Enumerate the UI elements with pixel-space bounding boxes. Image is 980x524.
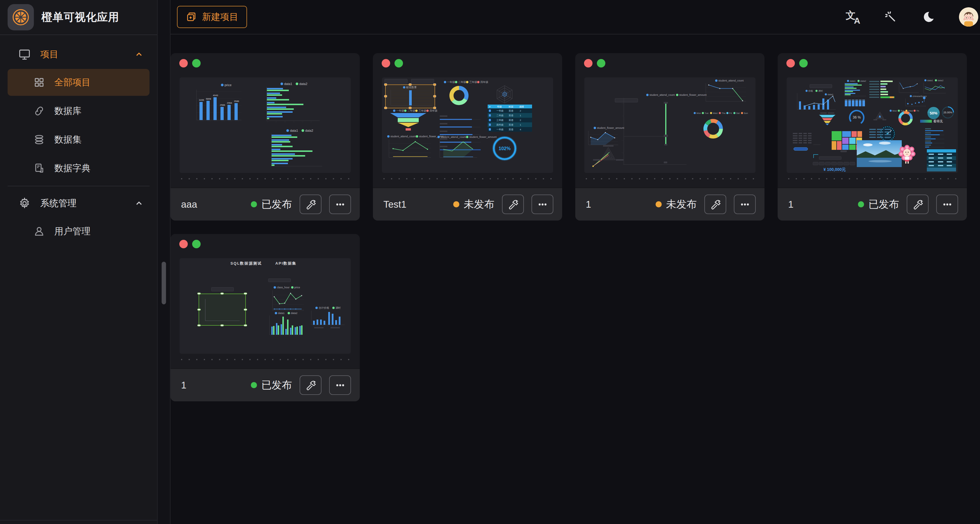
grades-legend-top: 一年级 二年级 三年级 四年级	[444, 81, 488, 84]
theme-magic-button[interactable]	[883, 10, 898, 24]
svg-text:3495: 3495	[199, 99, 204, 101]
ellipsis-icon	[739, 199, 751, 210]
hammer-icon	[507, 199, 519, 210]
sidebar-item-label: 数据集	[54, 134, 81, 146]
project-card[interactable]: SQL数据源测试 API数据集	[170, 234, 360, 401]
status-label: 未发布	[464, 197, 495, 211]
sidebar-item-user-management[interactable]: 用户管理	[8, 218, 150, 245]
sidebar: 橙单可视化应用 项目	[0, 0, 157, 524]
center-chart	[622, 98, 687, 165]
svg-text:Mon: Mon	[697, 112, 701, 115]
svg-text:5806: 5806	[206, 97, 211, 100]
project-card[interactable]: student_attend_count student_attend_coun…	[575, 53, 765, 221]
hammer-icon	[710, 199, 721, 210]
sidebar-item-label: 数据库	[54, 105, 81, 117]
svg-text:Sat: Sat	[736, 112, 740, 115]
card-status-dots	[382, 59, 403, 67]
grid-dots-separator	[181, 178, 349, 179]
svg-text:英语: 英语	[509, 114, 513, 117]
mini-gauge: 102%	[494, 138, 515, 159]
user-icon	[33, 226, 45, 237]
svg-text:三年级: 三年级	[418, 109, 426, 112]
edit-project-button[interactable]	[907, 194, 929, 214]
edit-project-button[interactable]	[704, 194, 726, 214]
more-actions-button[interactable]	[936, 194, 958, 214]
svg-text:data2: data2	[938, 79, 944, 82]
status-badge: 已发布	[251, 378, 292, 392]
card-footer: 1 未发布	[575, 188, 765, 221]
svg-text:三年级: 三年级	[496, 119, 503, 121]
project-card[interactable]: 献花数量 一年级 二年级 三年级	[373, 53, 562, 221]
green-dot	[799, 59, 808, 67]
svg-text:价格: 价格	[808, 90, 813, 92]
svg-text:data1: data1	[284, 82, 292, 86]
svg-text:一年级: 一年级	[496, 110, 503, 112]
grid-icon	[33, 76, 45, 88]
grid-dots-separator	[788, 178, 956, 179]
gear-icon	[18, 197, 31, 210]
svg-text:英语: 英语	[509, 110, 513, 112]
more-actions-button[interactable]	[734, 194, 756, 214]
status-badge: 已发布	[251, 197, 292, 211]
sidebar-item-all-projects[interactable]: 全部项目	[8, 69, 150, 96]
red-dot	[179, 59, 188, 67]
moon-icon	[922, 10, 935, 24]
ellipsis-icon	[942, 199, 953, 210]
sidebar-group-projects[interactable]: 项目	[0, 41, 157, 67]
dark-mode-button[interactable]	[921, 10, 936, 24]
project-card[interactable]: 价格 课时 data1	[778, 53, 967, 221]
svg-text:四年级: 四年级	[480, 81, 488, 84]
status-badge: 未发布	[453, 197, 495, 211]
mini-radar-triangle	[592, 145, 624, 167]
svg-text:Wed: Wed	[908, 110, 913, 112]
sidebar-item-database[interactable]: 数据库	[8, 97, 150, 124]
mini-bar-chart: price	[197, 83, 242, 121]
green-dot	[597, 59, 605, 67]
left-scrollbar-thumb[interactable]	[162, 262, 166, 304]
language-switch-button[interactable]: 文 A	[845, 10, 860, 24]
card-status-dots	[786, 59, 808, 67]
mini-donut	[452, 88, 466, 103]
sidebar-group-system[interactable]: 系统管理	[0, 190, 157, 216]
svg-text:student_attend_count: student_attend_count	[390, 135, 416, 138]
svg-text:2: 2	[520, 119, 521, 121]
svg-text:student_attend_count: student_attend_count	[649, 94, 675, 96]
edit-project-button[interactable]	[502, 194, 524, 214]
user-avatar[interactable]	[959, 7, 978, 27]
svg-text:data1: data1	[850, 80, 856, 82]
svg-text:2: 2	[520, 110, 521, 112]
chevron-up-icon	[134, 199, 144, 208]
line-mini-1	[899, 81, 919, 92]
svg-text:二年级: 二年级	[458, 81, 466, 84]
sidebar-item-data-dictionary[interactable]: 数据字典	[8, 155, 150, 182]
status-dot	[858, 201, 864, 207]
sidebar-item-dataset[interactable]: 数据集	[8, 126, 150, 153]
sidebar-group-label: 项目	[40, 48, 59, 61]
project-thumbnail: 献花数量 一年级 二年级 三年级	[382, 77, 553, 173]
more-actions-button[interactable]	[531, 194, 554, 214]
grid-dots-separator	[181, 359, 349, 360]
project-thumbnail: student_attend_count student_attend_coun…	[584, 77, 756, 173]
new-project-button[interactable]: 新建项目	[177, 6, 247, 28]
status-dot	[655, 201, 662, 207]
svg-text:课时: 课时	[818, 90, 823, 92]
svg-text:1: 1	[520, 114, 521, 117]
sidebar-item-label: 数据字典	[54, 162, 91, 174]
bar-chart-center: data1 data2	[269, 312, 303, 336]
combo-chart: 价格 课时 data1	[797, 90, 836, 110]
more-actions-button[interactable]	[329, 375, 351, 395]
sidebar-scroll-gutter	[157, 0, 170, 524]
edit-project-button[interactable]	[300, 375, 321, 395]
panel-title-api: API数据集	[275, 261, 297, 266]
svg-text:#: #	[489, 105, 491, 108]
line-mini-2: data1 data2	[924, 79, 946, 93]
days-legend: Mon Tue Wed Thu Fri Sat Sun	[694, 112, 748, 115]
svg-text:data1: data1	[278, 312, 285, 315]
edit-project-button[interactable]	[300, 194, 321, 214]
translate-glyph-en: A	[854, 16, 860, 26]
svg-text:四年级: 四年级	[430, 109, 438, 112]
more-actions-button[interactable]	[329, 194, 351, 214]
fence-bars	[845, 100, 865, 106]
project-card[interactable]: price	[170, 53, 360, 221]
bar-chart-right: 合计价格 课时	[311, 306, 345, 328]
